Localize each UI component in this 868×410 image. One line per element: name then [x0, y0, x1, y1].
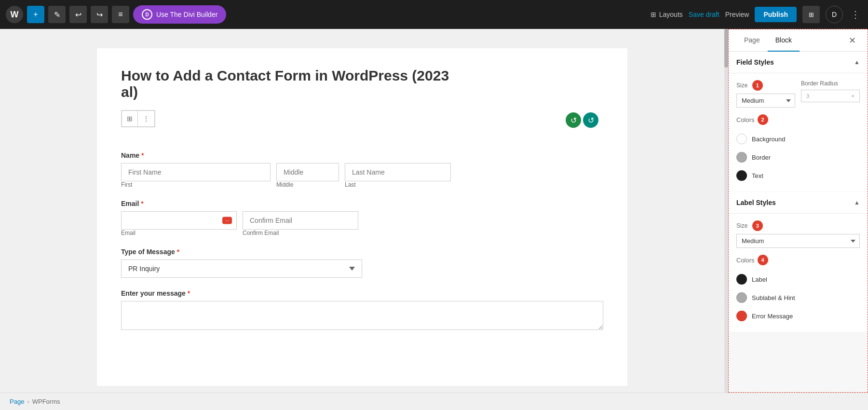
breadcrumb-separator: ›	[27, 398, 29, 405]
size-group: Size 1 Medium	[736, 80, 795, 108]
right-panel: Page Block ✕ Field Styles ▲ Size	[728, 29, 868, 393]
page-title: How to Add a Contact Form in WordPress (…	[121, 68, 603, 100]
middle-name-input[interactable]	[276, 163, 339, 181]
tab-page[interactable]: Page	[736, 29, 768, 52]
redo-icon: ↪	[96, 10, 103, 19]
form-block-more-button[interactable]: ⋮	[138, 111, 154, 126]
email-field-group: Email * ··· Email Confirm Email	[121, 200, 603, 236]
border-color-label: Border	[752, 154, 771, 161]
name-sublabels: First Middle Last	[121, 181, 603, 188]
contact-form: Name * First Middle Last	[121, 142, 603, 353]
message-required-marker: *	[188, 289, 190, 297]
form-block-layout-button[interactable]: ⊞	[122, 111, 138, 126]
save-draft-button[interactable]: Save draft	[689, 11, 719, 18]
border-color-item[interactable]: Border	[736, 148, 860, 166]
type-field-group: Type of Message * PR Inquiry	[121, 248, 603, 278]
form-refresh-icons: ↺ ↺	[566, 112, 598, 128]
editor-scrollbar[interactable]	[724, 29, 728, 393]
type-label: Type of Message *	[121, 248, 603, 256]
background-color-dot	[736, 134, 747, 144]
border-radius-input[interactable]: 3 ×	[801, 90, 860, 102]
email-input[interactable]	[121, 211, 237, 230]
border-radius-group: Border Radius 3 ×	[801, 80, 860, 102]
name-label: Name *	[121, 151, 603, 159]
wp-logo[interactable]: W	[6, 6, 23, 23]
text-color-item[interactable]: Text	[736, 166, 860, 185]
view-toggle-icon: ⊞	[809, 11, 814, 18]
type-select[interactable]: PR Inquiry	[121, 260, 362, 278]
panel-close-button[interactable]: ✕	[845, 31, 860, 50]
page-content: How to Add a Contact Form in WordPress (…	[97, 48, 627, 386]
text-color-label: Text	[752, 172, 763, 179]
email-input-wrapper: ···	[121, 211, 237, 230]
layouts-button[interactable]: ⊞ Layouts	[651, 11, 683, 18]
field-colors-subsection: Colors 2 Background Border	[736, 114, 860, 185]
field-colors-label-row: Colors 2	[736, 114, 860, 125]
undo-button[interactable]: ↩	[69, 6, 87, 23]
divi-builder-button[interactable]: D Use The Divi Builder	[133, 5, 226, 24]
close-icon: ✕	[849, 36, 856, 45]
main-toolbar: W + ✎ ↩ ↪ ≡ D Use The Divi Builder ⊞ Lay…	[0, 0, 868, 29]
form-block-container: ⊞ ⋮ ↺ ↺	[121, 110, 603, 137]
edit-button[interactable]: ✎	[48, 6, 66, 23]
label-size-field-label: Size 3	[736, 220, 860, 231]
breadcrumb-page-link[interactable]: Page	[10, 398, 24, 405]
field-styles-label: Field Styles	[736, 58, 774, 66]
email-field-row: ···	[121, 211, 603, 230]
form-refresh-green-button[interactable]: ↺	[566, 112, 581, 128]
main-layout: How to Add a Contact Form in WordPress (…	[0, 29, 868, 393]
background-color-label: Background	[752, 136, 785, 143]
error-color-dot	[736, 311, 747, 321]
label-size-select[interactable]: Medium	[736, 234, 860, 248]
more-options-button[interactable]: ⋮	[849, 9, 862, 20]
label-colors-list: Label Sublabel & Hint Error Message	[736, 270, 860, 325]
border-radius-field-label: Border Radius	[801, 80, 860, 87]
more-tools-button[interactable]: ≡	[112, 6, 129, 23]
email-icon-button[interactable]: ···	[222, 217, 232, 224]
redo-button[interactable]: ↪	[91, 6, 108, 23]
size-border-row: Size 1 Medium Border Radius 3	[736, 80, 860, 108]
label-styles-header[interactable]: Label Styles ▲	[729, 192, 868, 214]
last-name-input[interactable]	[345, 163, 451, 181]
label-colors-subsection: Colors 4 Label Sublabel & Hint	[736, 255, 860, 325]
layouts-label: Layouts	[659, 11, 683, 18]
label-color-dot	[736, 274, 747, 285]
form-refresh-teal-button[interactable]: ↺	[583, 112, 598, 128]
pencil-icon: ✎	[54, 10, 60, 19]
field-colors-list: Background Border Text	[736, 130, 860, 185]
editor-area: How to Add a Contact Form in WordPress (…	[0, 29, 724, 393]
tab-block[interactable]: Block	[768, 29, 800, 52]
label-styles-section: Label Styles ▲ Size 3 Medium	[729, 192, 868, 332]
type-required-marker: *	[177, 248, 179, 256]
step-2-badge: 2	[758, 114, 768, 125]
preview-label: Preview	[725, 11, 749, 18]
sublabel-color-item[interactable]: Sublabel & Hint	[736, 288, 860, 307]
view-toggle-button[interactable]: ⊞	[802, 6, 820, 23]
text-color-dot	[736, 170, 747, 181]
save-draft-label: Save draft	[689, 11, 719, 18]
preview-button[interactable]: Preview	[725, 11, 749, 18]
background-color-item[interactable]: Background	[736, 130, 860, 148]
field-styles-header[interactable]: Field Styles ▲	[729, 52, 868, 73]
add-block-button[interactable]: +	[27, 6, 44, 23]
first-name-input[interactable]	[121, 163, 271, 181]
name-required-marker: *	[141, 151, 144, 159]
field-styles-chevron: ▲	[854, 59, 860, 66]
label-color-item[interactable]: Label	[736, 270, 860, 288]
message-textarea[interactable]	[121, 301, 603, 330]
email-required-marker: *	[141, 200, 143, 207]
form-block-toolbar-container: ⊞ ⋮	[121, 110, 155, 127]
confirm-email-input[interactable]	[243, 211, 358, 230]
size-select[interactable]: Medium	[736, 94, 795, 108]
publish-button[interactable]: Publish	[755, 7, 797, 22]
divi-profile-button[interactable]: D	[826, 6, 843, 23]
divi-button-label: Use The Divi Builder	[156, 11, 217, 18]
layouts-grid-icon: ⊞	[651, 11, 656, 18]
name-field-group: Name * First Middle Last	[121, 151, 603, 188]
label-styles-body: Size 3 Medium Colors 4	[729, 214, 868, 332]
error-color-item[interactable]: Error Message	[736, 307, 860, 325]
add-icon: +	[33, 10, 38, 19]
email-sublabels: Email Confirm Email	[121, 230, 603, 236]
undo-icon: ↩	[75, 10, 81, 19]
divi-circle-icon: D	[142, 9, 152, 20]
